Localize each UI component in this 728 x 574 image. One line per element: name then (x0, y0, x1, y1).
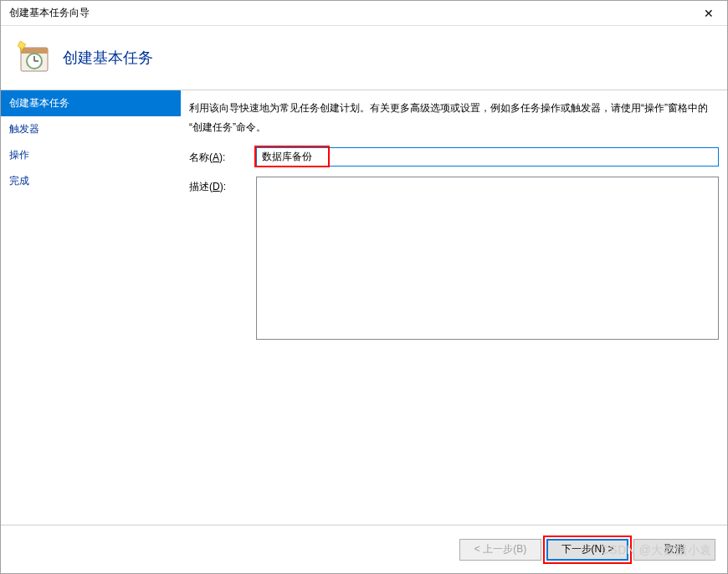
sidebar-item-trigger[interactable]: 触发器 (1, 116, 181, 142)
description-row: 描述(D): (189, 177, 719, 340)
sidebar-item-label: 操作 (9, 149, 29, 161)
sidebar-item-label: 完成 (9, 175, 29, 187)
sidebar-item-label: 创建基本任务 (9, 97, 69, 109)
name-label: 名称(A): (189, 147, 246, 165)
wizard-window: 创建基本任务向导 ✕ 创建基本任务 创建基本任务 触 (0, 0, 728, 574)
name-input[interactable] (256, 147, 719, 167)
name-input-wrap (256, 147, 719, 167)
page-title: 创建基本任务 (63, 48, 153, 68)
intro-text: 利用该向导快速地为常见任务创建计划。有关更多高级选项或设置，例如多任务操作或触发… (189, 99, 719, 137)
sidebar-item-create-basic-task[interactable]: 创建基本任务 (1, 90, 181, 116)
cancel-button[interactable]: 取消 (633, 539, 715, 561)
main-panel: 利用该向导快速地为常见任务创建计划。有关更多高级选项或设置，例如多任务操作或触发… (181, 90, 727, 525)
sidebar-item-finish[interactable]: 完成 (1, 168, 181, 194)
header: 创建基本任务 (1, 26, 727, 90)
next-button[interactable]: 下一步(N) > (546, 539, 628, 561)
close-button[interactable]: ✕ (690, 1, 727, 26)
titlebar: 创建基本任务向导 ✕ (1, 1, 727, 26)
sidebar: 创建基本任务 触发器 操作 完成 (1, 90, 181, 525)
footer: < 上一步(B) 下一步(N) > 取消 CSDN @大数据小袁 (1, 525, 727, 573)
sidebar-item-action[interactable]: 操作 (1, 142, 181, 168)
description-textarea[interactable] (256, 177, 719, 340)
close-icon: ✕ (704, 7, 714, 20)
content-area: 创建基本任务 触发器 操作 完成 利用该向导快速地为常见任务创建计划。有关更多高… (1, 90, 727, 525)
svg-rect-1 (21, 48, 48, 54)
window-title: 创建基本任务向导 (9, 6, 90, 20)
clock-task-icon (18, 41, 51, 74)
description-label: 描述(D): (189, 177, 246, 194)
back-button: < 上一步(B) (459, 539, 541, 561)
sidebar-item-label: 触发器 (9, 123, 39, 135)
name-row: 名称(A): (189, 147, 719, 167)
